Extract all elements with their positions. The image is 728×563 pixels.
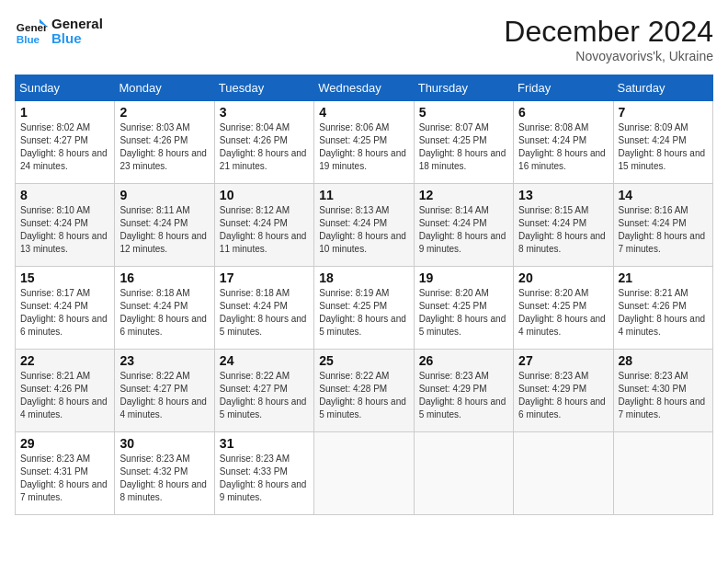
- calendar-cell: 17 Sunrise: 8:18 AM Sunset: 4:24 PM Dayl…: [214, 267, 313, 350]
- title-block: December 2024 Novoyavorivs'k, Ukraine: [504, 15, 713, 63]
- calendar-week-0: 1 Sunrise: 8:02 AM Sunset: 4:27 PM Dayli…: [16, 101, 713, 184]
- day-info: Sunrise: 8:23 AM Sunset: 4:29 PM Dayligh…: [419, 371, 506, 419]
- calendar-cell: 18 Sunrise: 8:19 AM Sunset: 4:25 PM Dayl…: [314, 267, 414, 350]
- calendar-cell: 20 Sunrise: 8:20 AM Sunset: 4:25 PM Dayl…: [514, 267, 613, 350]
- calendar-cell: [314, 432, 414, 515]
- calendar-week-4: 29 Sunrise: 8:23 AM Sunset: 4:31 PM Dayl…: [16, 432, 713, 515]
- col-header-monday: Monday: [115, 75, 214, 101]
- day-number: 3: [220, 105, 309, 120]
- calendar-cell: 31 Sunrise: 8:23 AM Sunset: 4:33 PM Dayl…: [214, 432, 313, 515]
- day-info: Sunrise: 8:06 AM Sunset: 4:25 PM Dayligh…: [319, 122, 406, 171]
- calendar-cell: [414, 432, 513, 515]
- day-info: Sunrise: 8:21 AM Sunset: 4:26 PM Dayligh…: [619, 288, 706, 337]
- day-number: 5: [419, 105, 508, 120]
- day-info: Sunrise: 8:20 AM Sunset: 4:25 PM Dayligh…: [518, 288, 606, 337]
- day-number: 7: [619, 105, 708, 120]
- day-number: 8: [20, 188, 109, 202]
- day-number: 2: [119, 105, 209, 120]
- logo-icon: General Blue: [15, 15, 48, 48]
- day-number: 20: [518, 270, 608, 285]
- calendar-cell: [613, 432, 712, 515]
- day-info: Sunrise: 8:10 AM Sunset: 4:24 PM Dayligh…: [20, 205, 108, 254]
- location: Novoyavorivs'k, Ukraine: [504, 49, 713, 63]
- calendar-cell: 21 Sunrise: 8:21 AM Sunset: 4:26 PM Dayl…: [613, 267, 712, 350]
- logo-general: General: [51, 17, 103, 32]
- day-number: 6: [518, 105, 608, 120]
- day-number: 19: [419, 270, 508, 285]
- col-header-saturday: Saturday: [613, 75, 712, 101]
- day-number: 14: [619, 188, 708, 202]
- day-info: Sunrise: 8:16 AM Sunset: 4:24 PM Dayligh…: [619, 205, 706, 254]
- day-info: Sunrise: 8:04 AM Sunset: 4:26 PM Dayligh…: [220, 122, 307, 171]
- page-header: General Blue General Blue December 2024 …: [15, 15, 713, 63]
- day-number: 25: [319, 353, 408, 368]
- day-number: 12: [419, 188, 508, 202]
- day-info: Sunrise: 8:17 AM Sunset: 4:24 PM Dayligh…: [20, 288, 108, 337]
- calendar-cell: 13 Sunrise: 8:15 AM Sunset: 4:24 PM Dayl…: [514, 184, 613, 267]
- day-info: Sunrise: 8:08 AM Sunset: 4:24 PM Dayligh…: [518, 122, 606, 171]
- day-info: Sunrise: 8:07 AM Sunset: 4:25 PM Dayligh…: [419, 122, 506, 171]
- day-info: Sunrise: 8:23 AM Sunset: 4:31 PM Dayligh…: [20, 454, 108, 502]
- calendar-cell: 15 Sunrise: 8:17 AM Sunset: 4:24 PM Dayl…: [16, 267, 115, 350]
- calendar-cell: 4 Sunrise: 8:06 AM Sunset: 4:25 PM Dayli…: [314, 101, 414, 184]
- calendar-week-1: 8 Sunrise: 8:10 AM Sunset: 4:24 PM Dayli…: [16, 184, 713, 267]
- day-info: Sunrise: 8:20 AM Sunset: 4:25 PM Dayligh…: [419, 288, 506, 337]
- day-info: Sunrise: 8:14 AM Sunset: 4:24 PM Dayligh…: [419, 205, 506, 254]
- calendar-cell: 12 Sunrise: 8:14 AM Sunset: 4:24 PM Dayl…: [414, 184, 513, 267]
- day-number: 10: [220, 188, 309, 202]
- day-info: Sunrise: 8:22 AM Sunset: 4:28 PM Dayligh…: [319, 371, 406, 419]
- day-info: Sunrise: 8:23 AM Sunset: 4:33 PM Dayligh…: [220, 454, 307, 502]
- day-info: Sunrise: 8:19 AM Sunset: 4:25 PM Dayligh…: [319, 288, 406, 337]
- col-header-thursday: Thursday: [414, 75, 513, 101]
- day-info: Sunrise: 8:22 AM Sunset: 4:27 PM Dayligh…: [119, 371, 207, 419]
- calendar-cell: 25 Sunrise: 8:22 AM Sunset: 4:28 PM Dayl…: [314, 350, 414, 432]
- day-info: Sunrise: 8:21 AM Sunset: 4:26 PM Dayligh…: [20, 371, 108, 419]
- calendar-cell: 28 Sunrise: 8:23 AM Sunset: 4:30 PM Dayl…: [613, 350, 712, 432]
- calendar-cell: 1 Sunrise: 8:02 AM Sunset: 4:27 PM Dayli…: [16, 101, 115, 184]
- calendar-cell: 24 Sunrise: 8:22 AM Sunset: 4:27 PM Dayl…: [214, 350, 313, 432]
- day-info: Sunrise: 8:18 AM Sunset: 4:24 PM Dayligh…: [220, 288, 307, 337]
- calendar-cell: 5 Sunrise: 8:07 AM Sunset: 4:25 PM Dayli…: [414, 101, 513, 184]
- day-info: Sunrise: 8:12 AM Sunset: 4:24 PM Dayligh…: [220, 205, 307, 254]
- calendar-cell: 11 Sunrise: 8:13 AM Sunset: 4:24 PM Dayl…: [314, 184, 414, 267]
- calendar-cell: 23 Sunrise: 8:22 AM Sunset: 4:27 PM Dayl…: [115, 350, 214, 432]
- calendar-cell: 26 Sunrise: 8:23 AM Sunset: 4:29 PM Dayl…: [414, 350, 513, 432]
- day-number: 30: [119, 436, 209, 451]
- day-number: 4: [319, 105, 408, 120]
- day-number: 21: [619, 270, 708, 285]
- calendar-cell: 9 Sunrise: 8:11 AM Sunset: 4:24 PM Dayli…: [115, 184, 214, 267]
- calendar-week-2: 15 Sunrise: 8:17 AM Sunset: 4:24 PM Dayl…: [16, 267, 713, 350]
- calendar-cell: 7 Sunrise: 8:09 AM Sunset: 4:24 PM Dayli…: [613, 101, 712, 184]
- calendar-cell: 10 Sunrise: 8:12 AM Sunset: 4:24 PM Dayl…: [214, 184, 313, 267]
- calendar-cell: 8 Sunrise: 8:10 AM Sunset: 4:24 PM Dayli…: [16, 184, 115, 267]
- calendar-cell: 30 Sunrise: 8:23 AM Sunset: 4:32 PM Dayl…: [115, 432, 214, 515]
- day-number: 29: [20, 436, 109, 451]
- day-number: 11: [319, 188, 408, 202]
- calendar-cell: 19 Sunrise: 8:20 AM Sunset: 4:25 PM Dayl…: [414, 267, 513, 350]
- calendar-week-3: 22 Sunrise: 8:21 AM Sunset: 4:26 PM Dayl…: [16, 350, 713, 432]
- day-info: Sunrise: 8:23 AM Sunset: 4:29 PM Dayligh…: [518, 371, 606, 419]
- day-number: 1: [20, 105, 109, 120]
- day-number: 15: [20, 270, 109, 285]
- col-header-friday: Friday: [514, 75, 613, 101]
- col-header-wednesday: Wednesday: [314, 75, 414, 101]
- day-info: Sunrise: 8:23 AM Sunset: 4:30 PM Dayligh…: [619, 371, 706, 419]
- day-number: 13: [518, 188, 608, 202]
- day-number: 17: [220, 270, 309, 285]
- logo-blue: Blue: [51, 31, 103, 47]
- day-info: Sunrise: 8:03 AM Sunset: 4:26 PM Dayligh…: [119, 122, 207, 171]
- day-number: 18: [319, 270, 408, 285]
- calendar-cell: 3 Sunrise: 8:04 AM Sunset: 4:26 PM Dayli…: [214, 101, 313, 184]
- day-number: 23: [119, 353, 209, 368]
- calendar-cell: 6 Sunrise: 8:08 AM Sunset: 4:24 PM Dayli…: [514, 101, 613, 184]
- calendar-cell: 22 Sunrise: 8:21 AM Sunset: 4:26 PM Dayl…: [16, 350, 115, 432]
- calendar-cell: 27 Sunrise: 8:23 AM Sunset: 4:29 PM Dayl…: [514, 350, 613, 432]
- day-info: Sunrise: 8:18 AM Sunset: 4:24 PM Dayligh…: [119, 288, 207, 337]
- day-info: Sunrise: 8:02 AM Sunset: 4:27 PM Dayligh…: [20, 122, 108, 171]
- col-header-sunday: Sunday: [16, 75, 115, 101]
- calendar-header-row: SundayMondayTuesdayWednesdayThursdayFrid…: [16, 75, 713, 101]
- day-number: 16: [119, 270, 209, 285]
- day-number: 31: [220, 436, 309, 451]
- calendar-cell: 16 Sunrise: 8:18 AM Sunset: 4:24 PM Dayl…: [115, 267, 214, 350]
- day-number: 9: [119, 188, 209, 202]
